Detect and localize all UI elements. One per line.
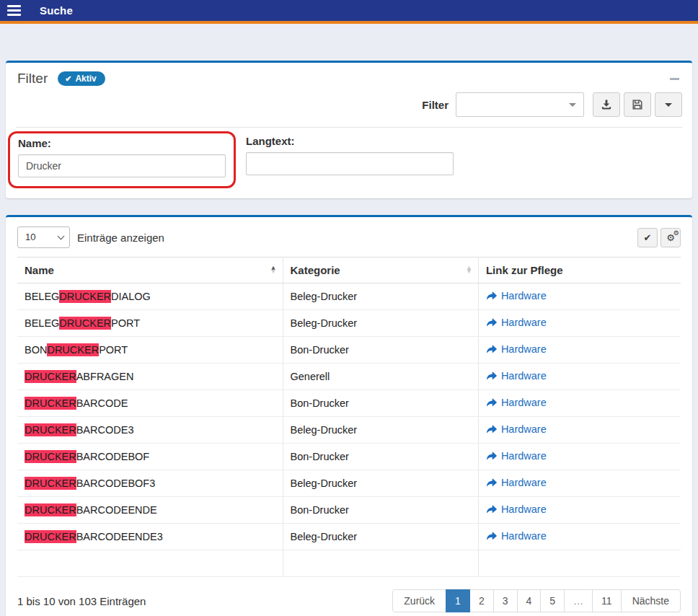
pagination-ellipsis: … (564, 589, 593, 612)
pflege-link[interactable]: Hardware (486, 450, 547, 462)
column-settings-button[interactable]: ⚙ ⚙ (661, 228, 681, 247)
saved-filter-row: Filter (6, 87, 692, 126)
table-row: DRUCKERBARCODEBOF3 Beleg-Drucker Hardwar… (17, 470, 681, 497)
pflege-link[interactable]: Hardware (486, 343, 547, 355)
table-row: DRUCKERABFRAGEN Generell Hardware (17, 364, 681, 390)
share-icon (486, 345, 497, 354)
highlight-mark: DRUCKER (25, 477, 76, 490)
row-link-cell: Hardware (478, 417, 681, 444)
row-link-cell: Hardware (478, 283, 681, 310)
row-name-cell: DRUCKERBARCODEENDE3 (17, 524, 283, 550)
highlight-mark: DRUCKER (47, 343, 99, 356)
filter-options-button[interactable] (655, 92, 682, 117)
share-icon (486, 318, 497, 327)
row-kategorie-cell: Beleg-Drucker (283, 470, 478, 497)
row-link-cell: Hardware (478, 470, 681, 497)
gears-icon: ⚙ ⚙ (666, 233, 675, 242)
column-header-kategorie[interactable]: Kategorie ▲ ▼ (283, 258, 478, 283)
empty-row (17, 550, 681, 577)
results-info: 1 bis 10 von 103 Einträgen (17, 595, 146, 607)
pagination-next[interactable]: Nächste (621, 589, 681, 612)
highlight-mark: DRUCKER (25, 503, 76, 516)
caret-down-icon (665, 103, 672, 107)
pflege-link[interactable]: Hardware (486, 423, 547, 435)
share-icon (486, 291, 497, 301)
pflege-link[interactable]: Hardware (486, 477, 547, 488)
row-name-cell: DRUCKERBARCODEBOF3 (17, 470, 283, 497)
pflege-link[interactable]: Hardware (486, 370, 547, 382)
check-icon: ✔ (644, 232, 652, 243)
pflege-link[interactable]: Hardware (486, 503, 547, 515)
name-input[interactable] (18, 154, 226, 177)
row-kategorie-cell: Beleg-Drucker (283, 310, 478, 337)
filter-panel-title: Filter (17, 71, 48, 87)
pagination-prev[interactable]: Zurück (392, 589, 446, 612)
share-icon (486, 478, 497, 488)
highlight-mark: DRUCKER (25, 423, 76, 436)
name-field: Name: (18, 137, 226, 177)
pagination-page[interactable]: 4 (517, 589, 542, 612)
pagination-page[interactable]: 2 (469, 589, 494, 612)
row-kategorie-cell: Generell (283, 364, 478, 390)
share-icon (486, 398, 497, 408)
row-link-cell: Hardware (478, 444, 681, 470)
filter-select[interactable] (456, 92, 584, 117)
minus-icon (670, 78, 679, 80)
save-icon (632, 99, 643, 110)
row-link-cell: Hardware (478, 390, 681, 417)
langtext-field-label: Langtext: (246, 135, 454, 147)
row-name-cell: DRUCKERABFRAGEN (17, 364, 283, 390)
column-header-link: Link zur Pflege ▲ ▼ (478, 258, 681, 283)
page-length-value: 10 (25, 232, 35, 242)
filter-fields-row: Name: Langtext: (6, 128, 692, 198)
table-row: DRUCKERBARCODE3 Beleg-Drucker Hardware (17, 417, 681, 444)
name-field-label: Name: (18, 137, 226, 149)
share-icon (486, 452, 497, 461)
pagination-page[interactable]: 5 (540, 589, 565, 612)
table-row: BONDRUCKERPORT Bon-Drucker Hardware (17, 337, 681, 364)
sort-icon: ▲ ▼ (466, 266, 472, 274)
column-header-name[interactable]: Name ▲ ▼ (17, 258, 283, 283)
pflege-link[interactable]: Hardware (486, 317, 547, 328)
table-controls-row: 10 Einträge anzeigen ✔ ⚙ ⚙ (6, 217, 692, 255)
table-row: BELEGDRUCKERPORT Beleg-Drucker Hardware (17, 310, 681, 337)
results-table: Name ▲ ▼ Kategorie ▲ ▼ L (17, 257, 681, 577)
row-kategorie-cell: Bon-Drucker (283, 390, 478, 417)
highlight-mark: DRUCKER (25, 397, 76, 410)
row-link-cell: Hardware (478, 364, 681, 390)
page-length-select[interactable]: 10 (17, 226, 70, 248)
pflege-link[interactable]: Hardware (486, 397, 547, 408)
menu-button[interactable] (7, 5, 21, 16)
table-row: DRUCKERBARCODE Bon-Drucker Hardware (17, 390, 681, 417)
share-icon (486, 425, 497, 434)
pagination-page[interactable]: 1 (446, 589, 470, 612)
table-row: DRUCKERBARCODEBOF Bon-Drucker Hardware (17, 444, 681, 470)
langtext-input[interactable] (246, 152, 454, 175)
filter-panel: Filter ✔ Aktiv Filter (6, 61, 692, 198)
pagination-page[interactable]: 3 (493, 589, 518, 612)
table-footer-row: 1 bis 10 von 103 Einträgen Zurück12345…1… (6, 577, 692, 612)
row-name-cell: BONDRUCKERPORT (17, 337, 283, 364)
row-kategorie-cell: Beleg-Drucker (283, 283, 478, 310)
share-icon (486, 532, 497, 541)
pagination-page[interactable]: 11 (592, 589, 622, 612)
row-kategorie-cell: Bon-Drucker (283, 444, 478, 470)
save-filter-button[interactable] (624, 92, 651, 117)
pflege-link[interactable]: Hardware (486, 290, 547, 302)
row-name-cell: DRUCKERBARCODEENDE (17, 497, 283, 524)
share-icon (486, 371, 497, 381)
row-kategorie-cell: Bon-Drucker (283, 497, 478, 524)
load-filter-button[interactable] (593, 92, 620, 117)
entries-label: Einträge anzeigen (77, 232, 164, 244)
active-badge: ✔ Aktiv (58, 71, 105, 86)
filter-panel-header: Filter ✔ Aktiv (6, 63, 692, 87)
collapse-panel-button[interactable] (668, 75, 681, 83)
sort-icon: ▲ ▼ (270, 266, 277, 274)
highlight-mark: DRUCKER (25, 530, 76, 543)
pflege-link[interactable]: Hardware (486, 530, 547, 542)
confirm-button[interactable]: ✔ (637, 228, 658, 247)
chevron-down-icon (58, 233, 65, 240)
page-title: Suche (40, 4, 73, 17)
table-row: BELEGDRUCKERDIALOG Beleg-Drucker Hardwar… (17, 283, 681, 310)
row-link-cell: Hardware (478, 497, 681, 524)
